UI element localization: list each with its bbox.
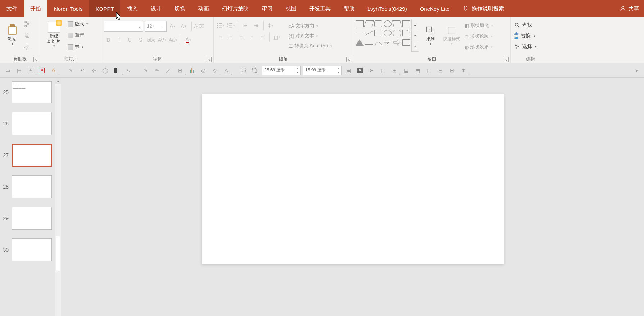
- new-slide-button[interactable]: 新建 幻灯片 ▾: [42, 19, 65, 51]
- spin-down-icon[interactable]: ▾: [294, 70, 300, 75]
- section-button[interactable]: 节▾: [65, 42, 90, 52]
- shape-diagonal-line-icon[interactable]: [365, 31, 373, 36]
- gallery-down-icon[interactable]: ▾: [412, 30, 419, 41]
- gallery-up-icon[interactable]: ▴: [412, 19, 419, 30]
- qt-eyedrop-1[interactable]: ✎: [141, 66, 150, 75]
- qt-switch[interactable]: ⇆: [124, 66, 133, 75]
- shapes-gallery[interactable]: ▴ ▾ ▾: [355, 19, 419, 52]
- tab-insert[interactable]: 插入: [120, 0, 144, 17]
- qt-shape-b[interactable]: △: [221, 66, 231, 75]
- qt-misc-2[interactable]: ⊟: [436, 66, 445, 75]
- qt-pen-1[interactable]: ✎: [66, 66, 76, 75]
- dialog-launcher-icon[interactable]: ↘: [33, 57, 38, 62]
- shape-elbow-icon[interactable]: [365, 40, 373, 45]
- shape-callout-icon[interactable]: [384, 20, 392, 27]
- tab-slideshow[interactable]: 幻灯片放映: [215, 0, 255, 17]
- tab-nordri-tools[interactable]: Nordri Tools: [47, 0, 89, 17]
- qt-overflow[interactable]: ▾: [632, 66, 641, 75]
- slide-thumbnail[interactable]: [12, 207, 52, 230]
- width-spinner[interactable]: 25.68 厘米▴▾: [262, 66, 301, 75]
- dialog-launcher-icon[interactable]: ↘: [207, 57, 212, 62]
- qt-tool-2[interactable]: ▤: [14, 66, 24, 75]
- spin-down-icon[interactable]: ▾: [335, 70, 341, 75]
- font-family-combo[interactable]: ⌄: [104, 21, 143, 32]
- tab-review[interactable]: 审阅: [255, 0, 279, 17]
- find-button[interactable]: 查找: [513, 20, 538, 30]
- tell-me-search[interactable]: 操作说明搜索: [456, 0, 511, 17]
- scroll-thumb[interactable]: [56, 236, 60, 271]
- qt-cursor[interactable]: ➤: [367, 66, 376, 75]
- shape-rect2-icon[interactable]: [374, 30, 382, 36]
- qt-tool-1[interactable]: ▭: [3, 66, 12, 75]
- qt-eyedrop-3[interactable]: ／: [164, 66, 173, 75]
- dialog-launcher-icon[interactable]: ↘: [346, 57, 351, 62]
- qt-tool-5[interactable]: A: [49, 66, 58, 75]
- qt-group-2[interactable]: ⿻: [250, 66, 260, 75]
- shape-arrow-right-icon[interactable]: [384, 39, 392, 46]
- share-button[interactable]: 共享: [615, 0, 644, 17]
- paste-button[interactable]: 粘贴 ▾: [2, 19, 22, 51]
- replace-button[interactable]: abac替换▾: [513, 31, 538, 41]
- shape-line-icon[interactable]: [356, 33, 364, 33]
- qt-close[interactable]: ✕: [355, 66, 365, 75]
- tab-help[interactable]: 帮助: [337, 0, 361, 17]
- scroll-up-icon[interactable]: ▴: [55, 78, 61, 84]
- slide-thumbnail-active[interactable]: [12, 144, 52, 167]
- shape-textbox-icon[interactable]: [402, 20, 410, 27]
- tab-onekey-lite[interactable]: OneKey Lite: [414, 0, 456, 17]
- qt-align[interactable]: ⊟: [175, 66, 185, 75]
- tab-koppt[interactable]: KOPPT: [89, 0, 120, 17]
- shape-oval-icon[interactable]: [384, 30, 392, 36]
- shape-trapezoid-icon[interactable]: [364, 20, 374, 27]
- shape-arrow-block-icon[interactable]: [393, 39, 401, 46]
- slide-canvas-area[interactable]: [61, 78, 644, 316]
- reset-button[interactable]: 重置: [65, 31, 90, 40]
- slide-thumbnail-pane[interactable]: 25 ━━━ ━━━━ ━━━━━ ━━━━━━ ━━━ ━━━━━ 26 27…: [0, 78, 61, 316]
- select-button[interactable]: 选择▾: [513, 42, 538, 52]
- tab-file[interactable]: 文件: [0, 0, 24, 17]
- qt-group-1[interactable]: ⿴: [239, 66, 248, 75]
- qt-donut[interactable]: ◶: [198, 66, 208, 75]
- qt-snap[interactable]: ⬚: [378, 66, 388, 75]
- layout-button[interactable]: 版式▾: [65, 19, 90, 29]
- dialog-launcher-icon[interactable]: ↘: [504, 57, 509, 62]
- tab-design[interactable]: 设计: [144, 0, 168, 17]
- shape-round-rect2-icon[interactable]: [393, 30, 401, 36]
- tab-lvyhtools[interactable]: LvyhTools(0429): [361, 0, 414, 17]
- tab-animations[interactable]: 动画: [192, 0, 215, 17]
- shape-triangle-icon[interactable]: [356, 39, 364, 46]
- spin-up-icon[interactable]: ▴: [294, 66, 300, 70]
- shape-rounded-rect-icon[interactable]: [374, 20, 382, 27]
- qt-pen-3[interactable]: ⊹: [89, 66, 99, 75]
- slide-thumbnail[interactable]: [12, 112, 52, 135]
- qt-tool-4[interactable]: X: [37, 66, 47, 75]
- qt-misc-1[interactable]: ⬚: [424, 66, 434, 75]
- shape-rectangle-icon[interactable]: [356, 20, 364, 27]
- thumb-scrollbar[interactable]: ▴: [55, 78, 61, 316]
- qt-pen-2[interactable]: ↶: [78, 66, 87, 75]
- shape-more-icon[interactable]: [402, 39, 410, 46]
- qt-lock[interactable]: ▣: [344, 66, 353, 75]
- qt-misc-4[interactable]: ⬍: [459, 66, 468, 75]
- shape-curve-icon[interactable]: [374, 39, 382, 46]
- tab-developer[interactable]: 开发工具: [303, 0, 337, 17]
- qt-tool-3[interactable]: A: [26, 66, 35, 75]
- qt-palette[interactable]: [112, 66, 122, 75]
- qt-sendback[interactable]: ⬓: [401, 66, 411, 75]
- arrange-button[interactable]: 排列 ▾: [422, 19, 439, 52]
- spin-up-icon[interactable]: ▴: [335, 66, 341, 70]
- slide-thumbnail[interactable]: [12, 238, 52, 261]
- shape-parallelogram-icon[interactable]: [392, 20, 402, 27]
- tab-transitions[interactable]: 切换: [168, 0, 192, 17]
- slide-thumbnail[interactable]: ━━━ ━━━━ ━━━━━ ━━━━━━ ━━━ ━━━━━: [12, 81, 52, 103]
- slide-canvas[interactable]: [202, 94, 504, 264]
- slide-thumbnail[interactable]: [12, 175, 52, 198]
- shape-snip-rect-icon[interactable]: [402, 30, 410, 36]
- qt-bringfront[interactable]: ⬒: [413, 66, 422, 75]
- qt-chart[interactable]: [187, 66, 196, 75]
- font-size-combo[interactable]: 12+⌄: [145, 21, 167, 32]
- height-spinner[interactable]: 15.98 厘米▴▾: [303, 66, 342, 75]
- tab-home[interactable]: 开始: [24, 0, 47, 17]
- qt-distribute[interactable]: ⊞: [390, 66, 399, 75]
- tab-view[interactable]: 视图: [279, 0, 303, 17]
